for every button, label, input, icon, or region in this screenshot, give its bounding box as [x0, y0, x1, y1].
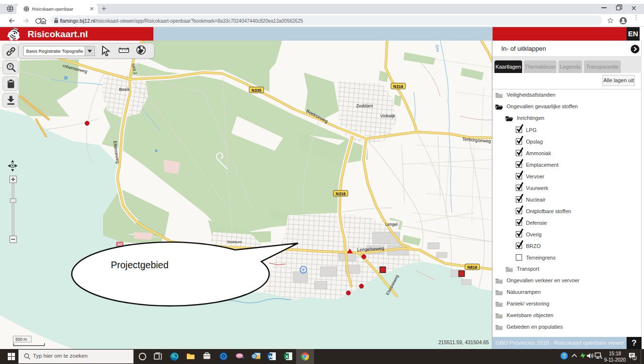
svg-text:215511.59, 431504.65: 215511.59, 431504.65: [438, 339, 489, 345]
svg-text:N316: N316: [336, 191, 346, 196]
svg-text:X: X: [285, 354, 289, 359]
svg-text:Vinkwijk: Vinkwijk: [380, 114, 395, 118]
svg-text:Stokkum: Stokkum: [227, 240, 242, 244]
svg-text:A3: A3: [118, 243, 122, 246]
svg-text:500 m: 500 m: [15, 337, 27, 342]
svg-text:?: ?: [9, 64, 12, 69]
svg-text:1: 1: [634, 356, 636, 360]
svg-text:N816: N816: [467, 265, 478, 270]
svg-text:Projectgebied: Projectgebied: [111, 260, 168, 270]
svg-text:?: ?: [563, 353, 566, 359]
svg-text:W: W: [269, 354, 273, 359]
svg-text:Lengel: Lengel: [385, 222, 398, 227]
svg-text:Zeddam: Zeddam: [356, 103, 373, 108]
svg-text:Beek: Beek: [119, 87, 130, 92]
svg-text:N316: N316: [393, 84, 404, 89]
svg-text:N335: N335: [252, 88, 262, 93]
